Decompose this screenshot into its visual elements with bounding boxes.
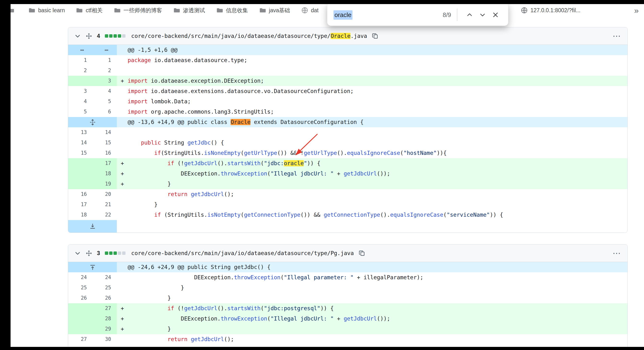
bookmark-item[interactable]: 一些师傅的博客 (114, 7, 162, 14)
old-line-number[interactable]: 26 (68, 293, 96, 303)
code-token: @@ -24,6 +24,9 @@ public String getJdbc(… (128, 264, 270, 270)
bookmark-item[interactable]: ctf相关 (76, 7, 102, 14)
new-line-number[interactable]: 2 (96, 65, 117, 76)
old-line-number[interactable]: 5 (68, 107, 96, 117)
bookmark-item[interactable]: java基础 (259, 7, 290, 14)
new-line-number[interactable]: 22 (96, 210, 117, 220)
diff-rows: ⋯⋯@@ -1,5 +1,6 @@11package io.dataease.d… (68, 45, 628, 233)
code-line: + } (117, 179, 628, 189)
new-line-number[interactable]: 19 (96, 179, 117, 189)
bookmark-item[interactable]: 信息收集 (216, 7, 248, 14)
code-token: package (128, 57, 151, 63)
diff-add-marker: + (121, 76, 124, 86)
diff-row: 45import lombok.Data; (68, 96, 628, 107)
new-line-number[interactable]: 6 (96, 107, 117, 117)
new-line-number[interactable]: 4 (96, 86, 117, 96)
new-line-number[interactable]: 20 (96, 189, 117, 199)
expand-hunk-button[interactable] (68, 117, 117, 127)
old-line-number[interactable] (68, 158, 96, 169)
find-next-button[interactable] (476, 8, 489, 21)
expand-hunk-button[interactable] (68, 220, 117, 233)
hunk-gutter: ⋯⋯ (68, 45, 117, 55)
diff-row: 2424 DEException.throwException("Illegal… (68, 272, 628, 283)
code-token: getJdbcUrl (191, 336, 224, 342)
bookmark-label: 一些师傅的博客 (124, 7, 162, 14)
old-line-number[interactable] (68, 179, 96, 189)
code-token (128, 212, 154, 218)
code-token: ( (241, 150, 244, 156)
code-token: () { (211, 139, 224, 146)
old-line-number[interactable]: 3 (68, 86, 96, 96)
old-line-number[interactable] (68, 324, 96, 334)
code-token: ( (267, 170, 271, 177)
diff-add-marker: + (121, 179, 124, 189)
new-line-number[interactable]: 26 (96, 293, 117, 303)
bookmarks-overflow-chevron-icon[interactable]: » (634, 6, 639, 14)
new-line-number[interactable]: 15 (96, 138, 117, 148)
new-line-number[interactable]: 17 (96, 158, 117, 169)
code-token: } (128, 201, 158, 208)
new-line-number[interactable]: 27 (96, 303, 117, 314)
new-line-number[interactable]: 1 (96, 55, 117, 65)
find-close-button[interactable] (489, 8, 502, 21)
new-line-number[interactable]: 30 (96, 334, 117, 345)
drag-move-icon[interactable] (86, 250, 92, 257)
new-line-number[interactable]: 3 (96, 76, 117, 86)
bookmark-item[interactable]: basic learn (28, 7, 65, 14)
new-line-number[interactable]: 28 (96, 314, 117, 324)
code-token: core/core-backend/src/main/java/io/datae… (131, 33, 331, 39)
old-line-number[interactable]: 17 (68, 199, 96, 210)
bookmark-item[interactable]: 渗透测试 (173, 7, 205, 14)
copy-path-icon[interactable] (372, 33, 378, 39)
old-line-number[interactable]: 4 (68, 96, 96, 107)
collapse-chevron-icon[interactable] (74, 250, 81, 257)
old-line-number[interactable]: 16 (68, 189, 96, 199)
old-line-number[interactable] (68, 303, 96, 314)
new-line-number[interactable]: 5 (96, 96, 117, 107)
kebab-menu-icon[interactable]: ⋯ (612, 249, 621, 257)
chevron-down-icon (479, 11, 486, 19)
kebab-menu-icon[interactable]: ⋯ (612, 32, 621, 40)
diff-row: 22 (68, 65, 628, 76)
code-token: )) { (307, 160, 320, 166)
new-line-number[interactable]: 24 (96, 272, 117, 283)
old-line-number[interactable]: 13 (68, 127, 96, 138)
find-previous-button[interactable] (463, 8, 476, 21)
new-line-number[interactable]: 21 (96, 199, 117, 210)
expand-hunk-button[interactable] (68, 262, 117, 272)
code-line: } (117, 199, 628, 210)
old-line-number[interactable]: 2 (68, 65, 96, 76)
old-line-number[interactable]: 28 (68, 345, 96, 347)
find-input[interactable]: oracle (334, 10, 352, 20)
copy-path-icon[interactable] (359, 250, 365, 257)
new-line-number[interactable]: 29 (96, 324, 117, 334)
code-token: extends DatasourceConfiguration { (250, 119, 364, 125)
code-token: "jdbc:postgresql" (264, 305, 320, 312)
new-line-number[interactable]: 25 (96, 283, 117, 293)
drag-move-icon[interactable] (86, 33, 92, 39)
new-line-number[interactable]: 16 (96, 148, 117, 158)
old-line-number[interactable]: 1 (68, 55, 96, 65)
collapse-chevron-icon[interactable] (74, 33, 81, 39)
bookmark-label: 信息收集 (226, 7, 248, 14)
bookmark-localhost[interactable]: 127.0.0.1:8002/?fil... (521, 7, 580, 14)
new-line-number[interactable]: 14 (96, 127, 117, 138)
old-line-number[interactable]: 25 (68, 283, 96, 293)
old-line-number[interactable]: 27 (68, 334, 96, 345)
folder-icon (76, 7, 83, 14)
old-line-number[interactable] (68, 169, 96, 179)
old-line-number[interactable]: 15 (68, 148, 96, 158)
old-line-number[interactable] (68, 314, 96, 324)
new-line-number[interactable]: 18 (96, 169, 117, 179)
old-line-number[interactable] (68, 76, 96, 86)
old-line-number[interactable]: 18 (68, 210, 96, 220)
old-line-number[interactable]: 24 (68, 272, 96, 283)
code-token: getConnectionType (324, 212, 380, 218)
hunk-dots-icon: ⋯ (96, 45, 117, 55)
bookmark-item[interactable]: dat (301, 7, 319, 14)
bookmark-item[interactable] (10, 7, 15, 14)
code-token: getConnectionType (244, 212, 300, 218)
code-token: ()) && ! (277, 150, 304, 156)
new-line-number[interactable]: 31 (96, 345, 117, 347)
old-line-number[interactable]: 14 (68, 138, 96, 148)
